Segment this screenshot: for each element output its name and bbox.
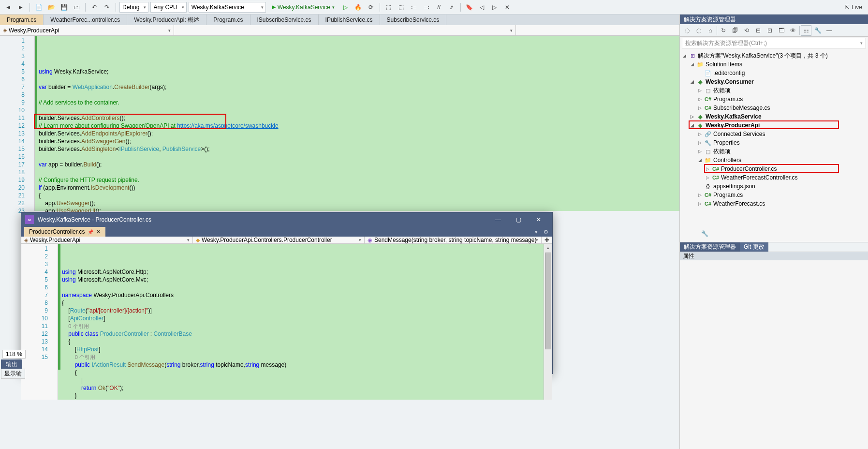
- pending-icon[interactable]: 🗐: [730, 25, 740, 36]
- tree-item[interactable]: ◢◈Wesky.Consumer: [680, 77, 868, 86]
- tree-item[interactable]: ▷C#Program.cs: [680, 95, 868, 104]
- pin-icon[interactable]: 📌: [88, 229, 93, 235]
- tree-item[interactable]: ▷◈Wesky.KafkaService: [680, 112, 868, 121]
- bm-clear-icon[interactable]: ✕: [502, 2, 513, 13]
- csproj-icon: ◈: [3, 27, 7, 33]
- tab-weather[interactable]: WeatherForec...ontroller.cs: [44, 15, 127, 25]
- tree-item[interactable]: ◢📁Controllers: [680, 156, 868, 165]
- step-icon[interactable]: ⬚: [383, 2, 394, 13]
- comment-icon[interactable]: //: [434, 2, 444, 13]
- scroll-up-icon[interactable]: ▴: [544, 244, 552, 252]
- float-code-area[interactable]: using Microsoft.AspNetCore.Http;using Mi…: [58, 244, 544, 400]
- tree-item[interactable]: ▷C#Program.cs: [680, 191, 868, 199]
- tree-item[interactable]: ▷⬚依赖项: [680, 147, 868, 156]
- line-gutter: 1234567891011121314151617181920212223: [0, 36, 35, 211]
- solution-tree[interactable]: ◢⊞解决方案"Wesky.KafkaService"(3 个项目，共 3 个) …: [680, 49, 868, 242]
- float-split-icon[interactable]: ✚: [542, 237, 552, 243]
- hint-tab[interactable]: 显示输: [1, 369, 25, 379]
- undo-icon[interactable]: ↶: [89, 2, 100, 13]
- tab-producerapi-overview[interactable]: Wesky.ProducerApi: 概述: [127, 15, 206, 25]
- float-code-editor[interactable]: 123456789101112131415 using Microsoft.As…: [21, 244, 552, 400]
- home-icon[interactable]: ⌂: [705, 25, 716, 36]
- config-combo[interactable]: Debug: [119, 2, 148, 13]
- filter-icon[interactable]: —: [824, 25, 835, 36]
- float-nav-member[interactable]: ◉SendMessage(string broker, string topic…: [365, 237, 542, 243]
- save-icon[interactable]: 💾: [59, 2, 69, 13]
- tree-item[interactable]: 📄.editorconfig: [680, 69, 868, 77]
- tab-program2[interactable]: Program.cs: [206, 15, 250, 25]
- tree-item[interactable]: ▷C#SubscribeMessage.cs: [680, 104, 868, 112]
- solution-search[interactable]: 搜索解决方案资源管理器(Ctrl+;): [682, 38, 866, 48]
- tab-git-changes[interactable]: Git 更改: [740, 242, 768, 252]
- float-titlebar[interactable]: ∞ Wesky.KafkaService - ProducerControlle…: [21, 212, 552, 227]
- step2-icon[interactable]: ⬚: [396, 2, 407, 13]
- tree-item[interactable]: ▷🔧Properties: [680, 138, 868, 147]
- tree-item[interactable]: ◢◈Wesky.ProducerApi: [680, 121, 868, 130]
- open-icon[interactable]: 📂: [46, 2, 57, 13]
- start-debug-button[interactable]: ▶Wesky.KafkaService▾: [268, 2, 338, 13]
- tree-item[interactable]: ▷⬚依赖项: [680, 86, 868, 95]
- nav-fwd-icon[interactable]: ►: [15, 2, 26, 13]
- panel-title: 解决方案资源管理器: [680, 15, 868, 24]
- tab-close-icon[interactable]: ✕: [96, 229, 101, 235]
- properties-header: 属性: [680, 252, 868, 260]
- float-scroll-thumb[interactable]: [545, 253, 551, 349]
- new-icon[interactable]: 📄: [33, 2, 44, 13]
- output-tab[interactable]: 输出: [1, 359, 22, 370]
- float-title: Wesky.KafkaService - ProducerController.…: [38, 216, 151, 223]
- float-nav-project[interactable]: ◈Wesky.ProducerApi: [21, 237, 193, 243]
- tree-item[interactable]: ▷C#ProducerController.cs: [680, 165, 868, 173]
- close-icon[interactable]: ✕: [529, 212, 548, 227]
- refresh-icon[interactable]: ⟳: [366, 2, 376, 13]
- float-tab-producer[interactable]: ProducerController.cs 📌 ✕: [24, 227, 105, 237]
- floating-editor-window: ∞ Wesky.KafkaService - ProducerControlle…: [21, 212, 553, 374]
- sync-icon[interactable]: ↻: [718, 25, 729, 36]
- float-settings-icon[interactable]: ⚙: [542, 227, 550, 237]
- tree-item[interactable]: ▷🔗Connected Services: [680, 130, 868, 138]
- tab-isubscribe[interactable]: ISubscribeService.cs: [250, 15, 319, 25]
- solution-root[interactable]: ◢⊞解决方案"Wesky.KafkaService"(3 个项目，共 3 个): [680, 51, 868, 60]
- outdent-icon[interactable]: ≕: [421, 2, 432, 13]
- nav-class-combo[interactable]: [174, 25, 516, 35]
- minimize-icon[interactable]: —: [488, 212, 508, 227]
- preview-icon[interactable]: 👁: [788, 25, 798, 36]
- bm-next-icon[interactable]: ▷: [489, 2, 500, 13]
- float-vscroll[interactable]: ▴: [544, 244, 552, 400]
- bm-prev-icon[interactable]: ◁: [477, 2, 487, 13]
- tab-solution-explorer[interactable]: 解决方案资源管理器: [680, 242, 740, 252]
- wrench-icon[interactable]: 🔧: [812, 25, 823, 36]
- redo-icon[interactable]: ↷: [102, 2, 112, 13]
- back-icon[interactable]: ◌: [682, 25, 692, 36]
- nav-project-combo[interactable]: ◈Wesky.ProducerApi: [0, 25, 174, 35]
- uncomment-icon[interactable]: ⫽: [446, 2, 457, 13]
- platform-combo[interactable]: Any CPU: [150, 2, 186, 13]
- live-share[interactable]: ⇱Live: [845, 4, 865, 11]
- fwd-icon[interactable]: ◌: [693, 25, 704, 36]
- tree-item[interactable]: {}appsettings.json: [680, 182, 868, 191]
- startup-combo[interactable]: Wesky.KafkaService: [189, 2, 266, 13]
- tab-subscribe[interactable]: SubscribeService.cs: [380, 15, 447, 25]
- float-nav-class[interactable]: ◆Wesky.ProducerApi.Controllers.ProducerC…: [193, 237, 365, 243]
- float-gutter: 123456789101112131415: [21, 244, 58, 400]
- zoom-level[interactable]: 118 %: [2, 350, 26, 359]
- collapse-icon[interactable]: ⊟: [753, 25, 764, 36]
- view-icon[interactable]: ⚏: [801, 25, 811, 36]
- tab-ipublish[interactable]: IPublishService.cs: [319, 15, 380, 25]
- bookmark-icon[interactable]: 🔖: [464, 2, 475, 13]
- maximize-icon[interactable]: ▢: [509, 212, 528, 227]
- start-nod-icon[interactable]: ▷: [340, 2, 351, 13]
- tree-item[interactable]: ▷C#WeatherForecast.cs: [680, 199, 868, 208]
- saveall-icon[interactable]: 🗃: [71, 2, 82, 13]
- tree-item[interactable]: ◢📁Solution Items: [680, 60, 868, 69]
- showall-icon[interactable]: ⊡: [765, 25, 775, 36]
- share-icon: ⇱: [845, 4, 850, 11]
- properties-wrench-icon[interactable]: 🔧: [701, 230, 708, 237]
- indent-icon[interactable]: ≔: [409, 2, 419, 13]
- refresh2-icon[interactable]: ⟲: [741, 25, 752, 36]
- nav-back-icon[interactable]: ◄: [3, 2, 14, 13]
- float-overflow-icon[interactable]: ▾: [532, 227, 541, 237]
- hot-reload-icon[interactable]: 🔥: [353, 2, 364, 13]
- tree-item[interactable]: ▷C#WeatherForecastController.cs: [680, 173, 868, 182]
- tab-program-cs[interactable]: Program.cs: [0, 15, 44, 25]
- properties-icon[interactable]: 🗔: [776, 25, 787, 36]
